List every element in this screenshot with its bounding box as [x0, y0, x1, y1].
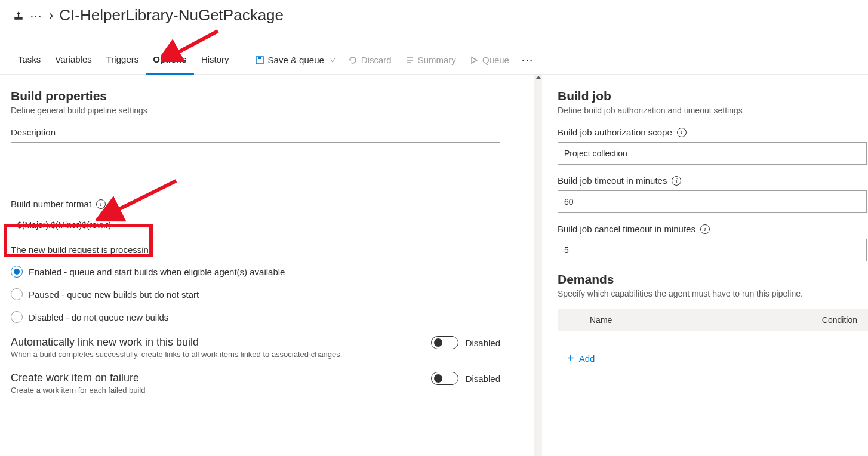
create-wi-title: Create work item on failure [11, 372, 145, 384]
col-condition: Condition [822, 315, 860, 325]
svg-marker-6 [349, 59, 352, 61]
info-icon[interactable]: i [700, 224, 710, 234]
radio-paused-label: Paused - queue new builds but do not sta… [29, 289, 199, 300]
scroll-up-icon [536, 76, 541, 79]
tab-history[interactable]: History [194, 46, 236, 75]
auth-scope-input[interactable] [558, 142, 867, 165]
col-name: Name [566, 315, 822, 325]
timeout-label: Build job timeout in minutes i [558, 175, 868, 186]
radio-enabled-label: Enabled - queue and start builds when el… [29, 267, 285, 277]
processing-status: The new build request is processing [11, 245, 524, 255]
radio-icon [11, 288, 23, 300]
auth-scope-label: Build job authorization scope i [558, 127, 868, 137]
page-title: CI-HelperLibrary-NuGetPackage [59, 6, 284, 24]
discard-button[interactable]: Discard [347, 53, 393, 67]
create-wi-sub: Create a work item for each failed build [11, 386, 145, 395]
build-job-heading: Build job [558, 89, 868, 103]
summary-label: Summary [418, 55, 456, 65]
tab-variables[interactable]: Variables [48, 46, 99, 75]
build-number-label: Build number format i [11, 199, 524, 209]
build-properties-sub: Define general build pipeline settings [11, 106, 524, 115]
queue-label: Queue [482, 55, 509, 65]
breadcrumb-separator: › [49, 8, 53, 23]
demands-heading: Demands [558, 272, 868, 286]
create-wi-state: Disabled [466, 374, 500, 384]
description-input[interactable] [11, 142, 500, 186]
tab-tasks[interactable]: Tasks [11, 46, 48, 75]
breadcrumb-overflow[interactable]: ⋯ [30, 10, 43, 21]
radio-icon [11, 311, 23, 323]
create-wi-toggle[interactable] [431, 372, 458, 385]
radio-enabled[interactable]: Enabled - queue and start builds when el… [11, 266, 524, 278]
tab-options[interactable]: Options [146, 46, 194, 75]
chevron-down-icon: ▽ [330, 56, 335, 64]
build-properties-heading: Build properties [11, 89, 524, 103]
toolbar-overflow[interactable]: ⋯ [521, 53, 534, 67]
pipeline-icon[interactable] [13, 10, 24, 21]
auto-link-toggle[interactable] [431, 336, 458, 349]
info-icon[interactable]: i [96, 199, 106, 209]
divider [245, 53, 245, 68]
svg-rect-0 [14, 17, 23, 20]
radio-icon [11, 266, 23, 278]
radio-paused[interactable]: Paused - queue new builds but do not sta… [11, 288, 524, 300]
save-queue-button[interactable]: Save & queue ▽ [254, 53, 336, 67]
cancel-timeout-label: Build job cancel timeout in minutes i [558, 224, 868, 234]
info-icon[interactable]: i [677, 128, 687, 137]
radio-disabled-label: Disabled - do not queue new builds [29, 312, 168, 322]
radio-disabled[interactable]: Disabled - do not queue new builds [11, 311, 524, 323]
discard-label: Discard [361, 55, 392, 65]
queue-button[interactable]: Queue [468, 53, 510, 67]
auto-link-title: Automatically link new work in this buil… [11, 336, 342, 349]
add-demand-button[interactable]: + Add [567, 352, 595, 364]
add-label: Add [579, 353, 595, 363]
timeout-input[interactable] [558, 190, 867, 213]
auto-link-state: Disabled [466, 338, 500, 348]
plus-icon: + [567, 352, 574, 364]
build-number-input[interactable] [11, 214, 500, 236]
scrollbar[interactable] [534, 75, 542, 456]
cancel-timeout-input[interactable] [558, 239, 867, 261]
demands-table-header: Name Condition [558, 309, 868, 331]
summary-button[interactable]: Summary [404, 53, 457, 67]
description-label: Description [11, 127, 524, 137]
svg-marker-10 [472, 57, 477, 63]
build-job-sub: Define build job authorization and timeo… [558, 106, 868, 115]
svg-rect-5 [258, 57, 261, 59]
tab-triggers[interactable]: Triggers [99, 46, 146, 75]
demands-sub: Specify which capabilities the agent mus… [558, 289, 868, 298]
svg-rect-1 [18, 14, 19, 17]
save-queue-label: Save & queue [268, 55, 324, 65]
auto-link-sub: When a build completes successfully, cre… [11, 350, 342, 359]
info-icon[interactable]: i [672, 176, 681, 186]
